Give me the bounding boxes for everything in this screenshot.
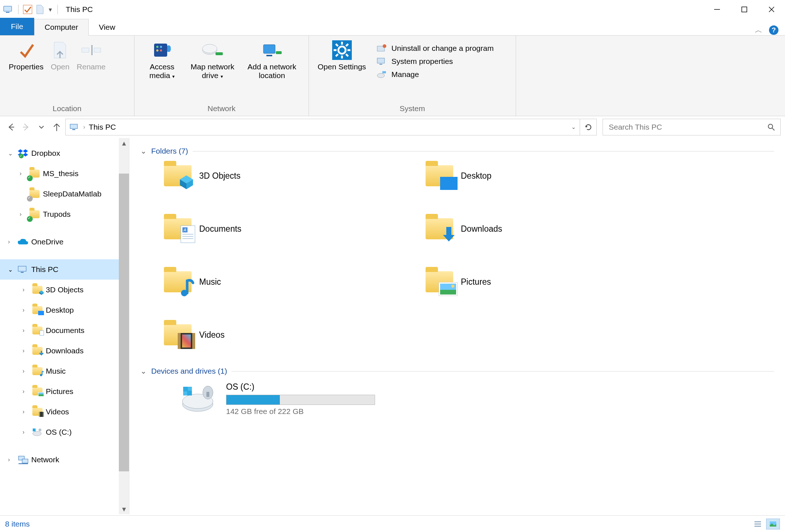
navigation-bar: › This PC ⌄ (0, 116, 785, 138)
tab-file[interactable]: File (0, 18, 34, 35)
search-input[interactable] (608, 122, 767, 132)
quick-pc-icon[interactable] (3, 5, 14, 13)
scroll-down-button[interactable]: ▾ (119, 504, 129, 514)
nav-ms-thesis[interactable]: › MS_thesis (0, 163, 129, 184)
map-drive-button[interactable]: Map network drive ▾ (185, 40, 240, 80)
nav-downloads[interactable]: ›Downloads (0, 341, 129, 361)
nav-sleepdata[interactable]: SleepDataMatlab (0, 184, 129, 204)
onedrive-icon (17, 236, 29, 248)
nav-pictures[interactable]: ›Pictures (0, 381, 129, 402)
close-button[interactable] (758, 0, 785, 19)
svg-rect-9 (94, 48, 101, 52)
up-button[interactable] (50, 121, 63, 134)
expand-icon[interactable]: › (8, 456, 15, 463)
search-box[interactable] (603, 119, 781, 135)
section-drives[interactable]: ⌄ Devices and drives (1) (140, 367, 774, 375)
nav-network[interactable]: › Network (0, 450, 129, 470)
svg-rect-69 (188, 391, 192, 395)
help-icon[interactable]: ? (769, 25, 778, 35)
system-properties-button[interactable]: System properties (376, 57, 494, 66)
open-button[interactable]: Open (47, 40, 73, 71)
svg-rect-36 (382, 71, 386, 73)
svg-rect-68 (183, 391, 187, 395)
drive-os-c[interactable]: OS (C:) 142 GB free of 222 GB (180, 382, 774, 416)
folder-desktop[interactable]: Desktop (424, 162, 685, 190)
access-media-button[interactable]: Access media ▾ (140, 40, 185, 80)
properties-button[interactable]: Properties (5, 40, 47, 71)
nav-trupods[interactable]: › Trupods (0, 204, 129, 224)
section-folders[interactable]: ⌄ Folders (7) (140, 147, 774, 155)
view-large-icons-button[interactable] (766, 519, 780, 529)
nav-3d-objects[interactable]: ›3D Objects (0, 280, 129, 300)
scroll-up-button[interactable]: ▴ (119, 138, 129, 148)
expand-icon[interactable]: › (23, 307, 29, 313)
group-label-system: System (309, 103, 516, 116)
svg-point-14 (160, 49, 162, 52)
nav-onedrive[interactable]: › OneDrive (0, 232, 129, 252)
separator (18, 5, 19, 14)
maximize-button[interactable] (730, 0, 758, 19)
folder-pictures[interactable]: Pictures (424, 268, 685, 296)
expand-icon[interactable]: › (23, 287, 29, 293)
svg-rect-18 (263, 45, 275, 53)
view-details-button[interactable] (751, 519, 765, 529)
expand-icon[interactable]: › (23, 409, 29, 415)
tab-view[interactable]: View (89, 19, 125, 35)
collapse-icon[interactable]: ⌄ (140, 367, 147, 375)
tab-computer[interactable]: Computer (34, 19, 89, 36)
svg-point-13 (156, 49, 158, 52)
expand-icon[interactable]: › (23, 368, 29, 374)
window-title: This PC (62, 5, 93, 14)
quick-page-icon[interactable] (36, 4, 44, 15)
uninstall-button[interactable]: Uninstall or change a program (376, 44, 494, 53)
nav-music[interactable]: ›Music (0, 361, 129, 381)
refresh-button[interactable] (580, 119, 597, 135)
collapse-icon[interactable]: ⌄ (8, 266, 15, 273)
folder-3d-objects[interactable]: 3D Objects (162, 162, 424, 190)
forward-button[interactable] (20, 121, 33, 134)
svg-rect-17 (216, 52, 223, 55)
nav-dropbox[interactable]: ⌄ ✓ Dropbox (0, 143, 129, 163)
collapse-ribbon-icon[interactable]: ︿ (755, 25, 762, 35)
status-item-count: 8 items (5, 520, 30, 528)
nav-os-drive[interactable]: ›OS (C:) (0, 422, 129, 442)
expand-icon[interactable]: › (23, 327, 29, 334)
nav-documents[interactable]: ›Documents (0, 320, 129, 341)
rename-button[interactable]: Rename (73, 40, 109, 71)
folder-videos[interactable]: Videos (162, 321, 424, 349)
open-settings-button[interactable]: Open Settings (314, 40, 370, 71)
svg-rect-66 (183, 387, 187, 391)
nav-this-pc[interactable]: ⌄ This PC (0, 259, 129, 280)
nav-videos[interactable]: ›Videos (0, 402, 129, 422)
nav-desktop[interactable]: ›Desktop (0, 300, 129, 320)
address-dropdown[interactable]: ⌄ (571, 124, 576, 130)
collapse-icon[interactable]: ⌄ (8, 150, 15, 157)
folder-documents[interactable]: A Documents (162, 215, 424, 243)
folder-downloads[interactable]: Downloads (424, 215, 685, 243)
nav-scrollbar[interactable]: ▴ ▾ (119, 138, 129, 514)
drive-free-text: 142 GB free of 222 GB (226, 407, 375, 416)
svg-point-41 (768, 124, 773, 129)
search-icon[interactable] (767, 123, 775, 131)
expand-icon[interactable]: › (8, 239, 15, 245)
separator (57, 5, 58, 14)
recent-locations-button[interactable] (35, 121, 48, 134)
expand-icon[interactable]: › (20, 211, 26, 218)
expand-icon[interactable]: › (23, 388, 29, 395)
quick-access-menu[interactable]: ▼ (48, 7, 53, 13)
add-location-button[interactable]: Add a network location (240, 40, 303, 80)
address-bar[interactable]: › This PC ⌄ (65, 119, 580, 135)
expand-icon[interactable]: › (23, 348, 29, 354)
svg-rect-39 (70, 124, 77, 129)
status-bar: 8 items (0, 515, 785, 532)
quick-check-icon[interactable] (23, 5, 32, 14)
folder-music[interactable]: Music (162, 268, 424, 296)
back-button[interactable] (4, 121, 17, 134)
expand-icon[interactable]: › (23, 429, 29, 435)
manage-button[interactable]: Manage (376, 70, 494, 79)
minimize-button[interactable] (703, 0, 730, 19)
chevron-right-icon[interactable]: › (83, 124, 85, 130)
collapse-icon[interactable]: ⌄ (140, 147, 147, 155)
svg-rect-33 (377, 58, 385, 63)
expand-icon[interactable]: › (20, 170, 26, 177)
